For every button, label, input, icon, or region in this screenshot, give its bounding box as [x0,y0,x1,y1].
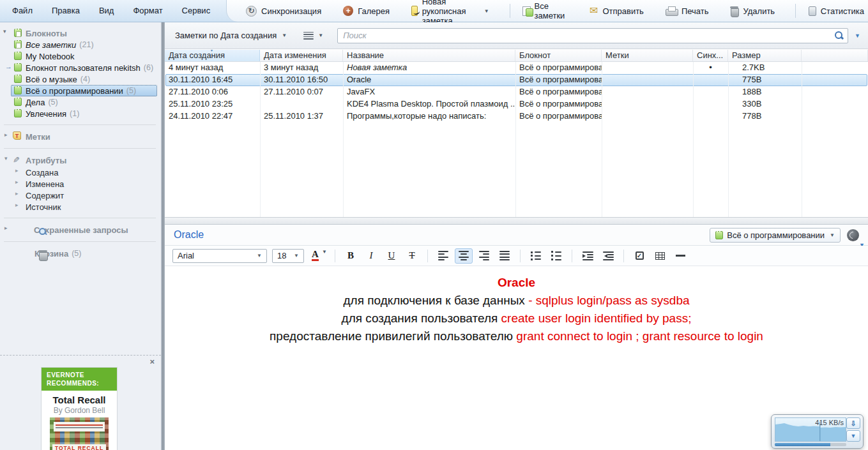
collapsed-triangle-icon[interactable]: ▸ [15,202,19,208]
attribute-label: Источник [26,202,61,212]
menu-item[interactable]: Сервис [172,3,220,19]
outdent-button[interactable] [599,248,617,264]
attribute-item[interactable]: ▸Источник [0,201,161,213]
note-row[interactable]: 27.11.2010 0:0627.11.2010 0:07JavaFXВсё … [165,86,868,98]
horizontal-rule-button[interactable] [671,248,689,264]
view-mode-dropdown[interactable]: ▼ [301,29,326,42]
toolbar-button[interactable]: Статистика [805,4,868,18]
font-color-button[interactable]: A ▼ [310,248,328,264]
indent-button[interactable] [579,248,597,264]
insert-table-button[interactable] [651,248,669,264]
column-header[interactable]: Блокнот [515,50,602,61]
sidebar-notebook-item[interactable]: Все заметки(21) [0,39,161,50]
column-header[interactable]: Размер [728,50,802,61]
globe-icon[interactable] [847,229,859,241]
toolbar-button[interactable]: Синхронизация [242,4,325,19]
chevron-down-icon: ▼ [484,8,489,14]
sidebar-section-trash-side[interactable]: Корзина(5) [0,247,161,260]
cover-subtitle-band [54,422,105,431]
collapsed-triangle-icon[interactable]: ▸ [4,131,8,138]
attribute-item[interactable]: ▸Содержит [0,190,161,201]
menu-item[interactable]: Файл [3,3,42,19]
strikethrough-button[interactable]: T [403,248,421,264]
toolbar-button-label: Отправить [602,6,643,16]
section-label: Метки [26,132,50,142]
sidebar-section-attributes[interactable]: ▾Атрибуты [0,154,161,167]
sidebar-section-saved-search[interactable]: ▸Сохраненные запросы [0,223,161,236]
underline-button[interactable]: U [383,248,400,264]
sidebar-notebook-item[interactable]: Всё о программировании(5) [0,85,161,96]
justify-button[interactable] [496,248,514,264]
menu-item[interactable]: Вид [89,3,124,19]
attribute-item[interactable]: ▸Изменена [0,178,161,190]
ad-card[interactable]: EVERNOTE RECOMMENDS: Total Recall By Gor… [41,367,118,450]
note-cell [693,110,728,123]
note-cell [802,86,868,98]
attribute-label: Содержит [26,191,64,200]
note-cell: • [693,62,728,74]
align-left-button[interactable] [434,248,452,264]
ad-close-button[interactable]: × [149,357,155,366]
sort-dropdown[interactable]: Заметки по Дата создания ▼ [171,28,291,43]
toolbar-button[interactable]: Печать [662,4,713,18]
numbered-list-button[interactable] [547,248,565,264]
toolbar-button[interactable]: Удалить [726,4,779,18]
list-chevron-down-icon[interactable]: ▼ [855,33,860,39]
notebook-icon [14,75,22,83]
collapsed-triangle-icon[interactable]: ▸ [15,179,19,185]
toolbar-button[interactable]: Все заметки [519,0,572,22]
align-center-button[interactable] [455,248,473,264]
menu-item[interactable]: Формат [123,3,172,19]
collapsed-triangle-icon[interactable]: ▸ [15,167,19,174]
sidebar-notebook-item[interactable]: Дела(5) [0,96,161,108]
expanded-triangle-icon[interactable]: ▾ [3,28,11,34]
column-header[interactable]: Дата создания [165,50,260,61]
font-size-select[interactable]: 18 ▼ [272,249,304,263]
note-cell [602,62,693,74]
sidebar-notebook-item[interactable]: →Блокнот пользователя nekitsh(6) [0,62,161,73]
expanded-triangle-icon[interactable]: ▾ [4,155,8,161]
section-label: Атрибуты [26,156,66,165]
column-header[interactable]: Дата изменения [260,50,343,61]
collapse-button[interactable]: ▼ [846,430,860,442]
bullet-list-button[interactable] [527,248,545,264]
note-cell [802,98,868,110]
toolbar-button-label: Галерея [358,6,390,16]
column-header[interactable]: Синх... [693,50,728,61]
collapsed-triangle-icon[interactable]: ▸ [15,190,19,197]
download-icon-button[interactable]: ⇩ [846,417,860,429]
note-row[interactable]: 25.11.2010 23:25KDE4 Plasma Desktop. Про… [165,98,868,110]
toolbar-button[interactable]: Галерея [339,4,393,18]
bold-button[interactable]: B [342,248,360,264]
horizontal-splitter[interactable] [165,217,868,225]
tag-icon [13,131,21,140]
strikethrough-icon: T [409,250,415,261]
column-header[interactable]: Название [343,50,515,61]
attribute-item[interactable]: ▸Создана [0,167,161,178]
note-row[interactable]: 30.11.2010 16:4530.11.2010 16:50OracleВс… [165,74,868,86]
note-row[interactable]: 24.11.2010 22:4725.11.2010 1:37Программы… [165,110,868,123]
toolbar-button[interactable]: Отправить [586,4,648,18]
italic-button[interactable]: I [362,248,380,264]
sidebar-section-tag[interactable]: ▸Метки [0,130,161,143]
search-icon[interactable] [834,31,844,40]
menu-item[interactable]: Правка [42,3,89,19]
note-row[interactable]: 4 минут назад3 минут назадНовая заметкаВ… [165,62,868,74]
sidebar-notebook-item[interactable]: Увлечения(1) [0,108,161,119]
download-speed-label: 415 KB/s [815,419,844,426]
column-header[interactable] [802,50,868,61]
align-right-button[interactable] [475,248,493,264]
sidebar-notebook-item[interactable]: Всё о музыке(4) [0,73,161,85]
search-input[interactable] [338,31,834,40]
font-family-select[interactable]: Arial ▼ [172,249,267,263]
note-content[interactable]: Oracleдля подключения к базе данных - sq… [165,266,868,450]
sidebar-notebook-item[interactable]: My Notebook [0,50,161,62]
note-title[interactable]: Oracle [174,229,204,241]
notebooks-header[interactable]: ▾Блокноты [0,27,161,39]
checkbox-button[interactable] [630,248,648,264]
collapsed-triangle-icon[interactable]: ▸ [4,225,8,231]
notebook-selector[interactable]: Всё о программировании ▼ [710,228,841,243]
column-header[interactable]: Метки [602,50,693,61]
note-cell [602,98,693,110]
chevron-down-icon: ▼ [322,249,327,255]
